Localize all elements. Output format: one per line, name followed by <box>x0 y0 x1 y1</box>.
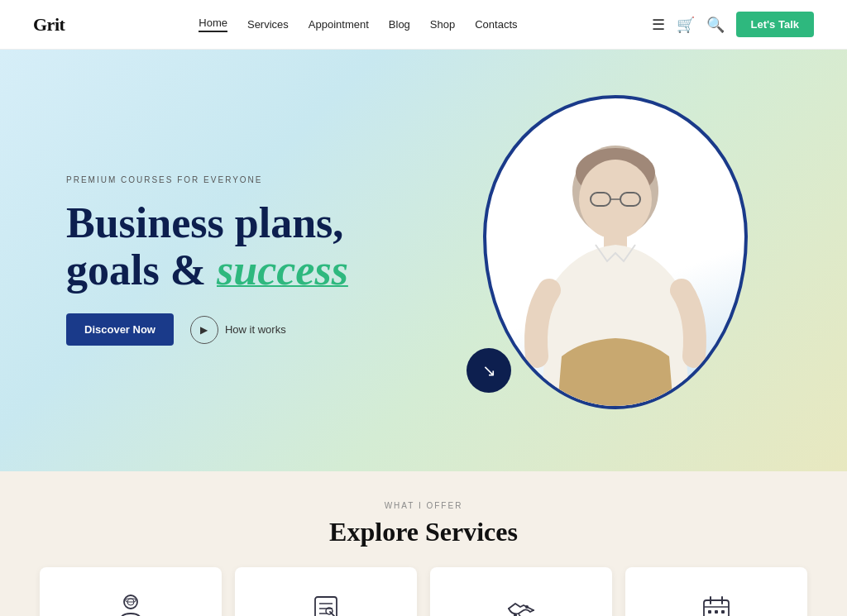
services-title: Explore Services <box>33 517 814 547</box>
hero-content: PREMIUM COURSES FOR EVERYONE Business pl… <box>66 175 348 346</box>
main-nav: Home Services Appointment Blog Shop Cont… <box>199 17 517 32</box>
hero-title-line1: Business plans, <box>66 199 343 246</box>
service-card-schedule: Flexible Schedule Sed do euism od tempor <box>625 567 807 616</box>
search-icon[interactable]: 🔍 <box>706 16 725 34</box>
services-header: WHAT I OFFER Explore Services <box>33 501 814 547</box>
calendar-icon <box>644 590 789 616</box>
hero-title-highlight: success <box>217 246 348 294</box>
services-cards: Professional Coach Sed do euism od tempo… <box>33 567 814 616</box>
nav-shop[interactable]: Shop <box>430 18 455 31</box>
handshake-icon <box>448 590 594 616</box>
service-card-training: Business Training Sed do euism od tempor <box>430 567 612 616</box>
person-image <box>483 95 748 409</box>
svg-rect-23 <box>721 610 725 614</box>
nav-home[interactable]: Home <box>199 17 227 32</box>
how-it-works-button[interactable]: ▶ How it works <box>190 316 286 344</box>
svg-rect-17 <box>704 600 729 616</box>
hero-actions: Discover Now ▶ How it works <box>66 313 348 346</box>
nav-blog[interactable]: Blog <box>389 18 410 31</box>
nav-services[interactable]: Services <box>247 18 289 31</box>
logo: Grit <box>33 14 65 36</box>
service-card-keynote: Keynotes & Talks Sed do euism od tempor <box>235 567 417 616</box>
person-illustration <box>500 125 731 406</box>
how-it-works-label: How it works <box>225 323 286 336</box>
service-card-coach: Professional Coach Sed do euism od tempo… <box>40 567 222 616</box>
coach-icon <box>58 590 203 616</box>
nav-contacts[interactable]: Contacts <box>475 18 517 31</box>
arrow-down-button[interactable]: ↘ <box>467 348 511 393</box>
cart-icon[interactable]: 🛒 <box>677 16 695 34</box>
hero-section: PREMIUM COURSES FOR EVERYONE Business pl… <box>0 50 847 471</box>
svg-rect-22 <box>715 610 718 614</box>
hero-title: Business plans, goals & success <box>66 199 348 294</box>
keynote-icon <box>253 590 399 616</box>
menu-icon[interactable]: ☰ <box>652 16 665 34</box>
services-tag: WHAT I OFFER <box>33 501 814 510</box>
lets-talk-button[interactable]: Let's Talk <box>736 12 814 37</box>
svg-rect-21 <box>708 610 711 614</box>
header: Grit Home Services Appointment Blog Shop… <box>0 0 847 50</box>
nav-appointment[interactable]: Appointment <box>309 18 369 31</box>
svg-point-16 <box>525 605 529 609</box>
discover-button[interactable]: Discover Now <box>66 313 174 346</box>
hero-tag: PREMIUM COURSES FOR EVERYONE <box>66 175 348 184</box>
hero-title-line2: goals & <box>66 246 217 294</box>
play-icon: ▶ <box>190 316 218 344</box>
header-icons: ☰ 🛒 🔍 Let's Talk <box>652 12 814 37</box>
hero-image-area: ↘ <box>467 87 781 434</box>
services-section: WHAT I OFFER Explore Services Profession… <box>0 471 847 616</box>
